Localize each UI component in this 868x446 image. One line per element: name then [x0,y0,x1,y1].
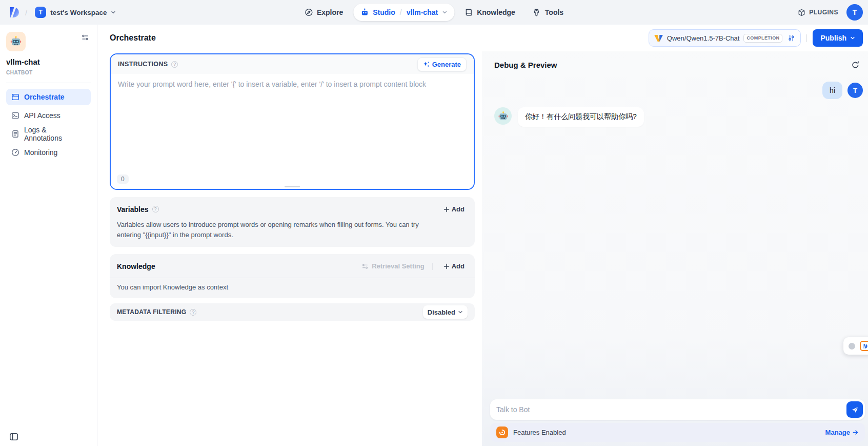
knowledge-header: Knowledge Retrieval Setting [110,254,475,272]
add-knowledge-button[interactable]: Add [440,260,468,272]
app-operations-icon[interactable] [79,32,91,45]
explore-icon [305,8,313,16]
resize-handle[interactable] [285,186,300,187]
floating-widget[interactable] [843,337,868,355]
arrow-right-icon [852,429,859,436]
sidebar-item-monitoring[interactable]: Monitoring [6,144,91,161]
app-sidebar: vllm-chat CHATBOT Orchestrate API Access [0,25,97,446]
nav-knowledge[interactable]: Knowledge [457,4,522,21]
manage-label: Manage [825,429,850,436]
metadata-filtering-title: METADATA FILTERING [117,308,186,316]
nav-knowledge-label: Knowledge [477,8,515,16]
prompt-editor[interactable] [111,74,474,189]
monitoring-icon [11,148,19,157]
workspace-switcher[interactable]: T test's Workspace [32,5,119,20]
app-icon[interactable] [6,32,26,51]
plugins-button[interactable]: PLUGINS [798,9,838,16]
plus-icon [443,263,450,269]
sidebar-item-label: Monitoring [24,148,57,157]
model-mode-badge: COMPLETION [743,34,782,43]
knowledge-icon [465,8,473,16]
restart-conversation-icon[interactable] [851,61,860,69]
model-selector[interactable]: Qwen/Qwen1.5-7B-Chat COMPLETION [649,29,801,47]
sparkles-icon [423,61,430,68]
user-avatar[interactable]: T [846,4,863,21]
studio-slash: / [400,8,402,16]
sidebar-item-label: Orchestrate [24,93,65,101]
content-area: Orchestrate Qwen/Qwen1.5-7B-Chat COMPLET… [97,25,868,446]
metadata-filtering-row: METADATA FILTERING Disabled [110,303,475,321]
instructions-card: INSTRUCTIONS Generate 0 [110,53,475,190]
chat-area: hi T [494,82,861,127]
metadata-state-label: Disabled [428,308,455,316]
header-mini-divider [432,263,433,270]
debug-header: Debug & Preview [494,61,861,69]
variables-card: Variables Add Variables allow users to i… [110,197,475,247]
nav-tools[interactable]: Tools [526,4,571,21]
retrieval-setting-button[interactable]: Retrieval Setting [361,262,425,270]
chat-input-box [490,399,865,420]
instructions-title: INSTRUCTIONS [118,61,168,68]
retrieval-setting-label: Retrieval Setting [372,262,425,270]
manage-features-link[interactable]: Manage [825,429,859,436]
chevron-down-icon[interactable] [442,10,447,15]
plugins-label: PLUGINS [809,9,838,16]
header-divider [806,34,807,42]
config-panel: INSTRUCTIONS Generate 0 [97,51,482,446]
nav-tools-label: Tools [545,8,563,16]
send-button[interactable] [846,401,863,418]
workspace-avatar: T [35,7,46,18]
generate-label: Generate [432,61,461,68]
features-bar: Features Enabled Manage [490,423,865,442]
chat-input[interactable] [496,405,846,414]
sidebar-item-orchestrate[interactable]: Orchestrate [6,89,91,105]
workspace-name: test's Workspace [50,9,107,16]
logs-icon [11,130,19,138]
chevron-down-icon [111,10,116,15]
plugins-icon [798,9,805,16]
top-nav-right: PLUGINS T [798,4,863,21]
robot-emoji-icon [498,111,509,122]
nav-explore-label: Explore [317,8,343,16]
model-settings-icon[interactable] [788,34,795,42]
send-icon [851,406,859,414]
drag-dot-icon [849,343,855,350]
metadata-filtering-toggle[interactable]: Disabled [423,305,468,319]
help-icon [190,309,196,316]
vllm-logo-icon [654,35,663,42]
publish-button[interactable]: Publish [813,29,863,47]
terminal-icon [11,111,19,120]
tools-icon [533,8,541,16]
collapse-sidebar-icon[interactable] [9,432,18,441]
instructions-body: 0 [111,74,474,189]
sidebar-item-logs-annotations[interactable]: Logs & Annotations [6,126,91,142]
app-name: vllm-chat [6,57,91,66]
sidebar-item-label: Logs & Annotations [24,126,86,142]
app-screen: / T test's Workspace Explore Studio [0,0,868,446]
main-area: vllm-chat CHATBOT Orchestrate API Access [0,25,868,446]
help-icon [152,206,159,212]
help-icon [171,61,178,68]
plus-icon [443,206,450,212]
variables-description: Variables allow users to introduce promp… [110,215,448,247]
sidebar-divider [6,83,91,83]
nav-explore[interactable]: Explore [297,4,350,21]
dify-mini-icon [860,341,868,351]
knowledge-description: You can import Knowledge as context [110,278,475,298]
orchestrate-icon [11,93,19,101]
page-title: Orchestrate [110,33,156,43]
variables-title: Variables [117,205,149,214]
robot-icon [360,8,369,16]
app-type-badge: CHATBOT [6,70,91,75]
char-count-badge: 0 [117,174,129,184]
content-body: INSTRUCTIONS Generate 0 [97,51,868,446]
features-label: Features Enabled [513,429,566,436]
nav-studio[interactable]: Studio / vllm-chat [353,4,454,21]
add-variable-button[interactable]: Add [440,203,468,215]
content-header: Orchestrate Qwen/Qwen1.5-7B-Chat COMPLET… [97,25,868,51]
generate-button[interactable]: Generate [417,57,467,71]
sidebar-item-api-access[interactable]: API Access [6,107,91,124]
features-icon [496,426,508,438]
header-actions: Qwen/Qwen1.5-7B-Chat COMPLETION Publish [649,29,863,47]
sidebar-item-label: API Access [24,111,60,120]
